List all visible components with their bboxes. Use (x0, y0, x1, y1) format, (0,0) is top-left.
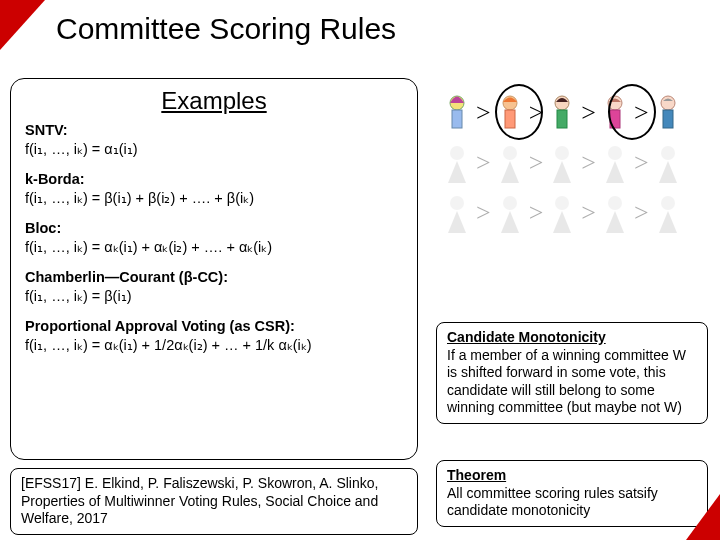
svg-point-13 (608, 146, 622, 160)
example-bloc: Bloc: f(i₁, …, iₖ) = αₖ(i₁) + αₖ(i₂) + …… (25, 219, 403, 256)
cc-label: Chamberlin—Courant (β-CC): (25, 269, 228, 285)
theorem-box: Theorem All committee scoring rules sats… (436, 460, 708, 527)
example-sntv: SNTV: f(i₁, …, iₖ) = α₁(i₁) (25, 121, 403, 158)
monotonicity-body: If a member of a winning committee W is … (447, 347, 686, 416)
gt-icon: > (529, 148, 544, 178)
example-kborda: k-Borda: f(i₁, …, iₖ) = β(i₁) + β(i₂) + … (25, 170, 403, 207)
cc-formula: f(i₁, …, iₖ) = β(i₁) (25, 288, 132, 304)
svg-point-14 (661, 146, 675, 160)
decor-bottom-triangle (686, 494, 720, 540)
highlight-circle-icon (608, 84, 656, 140)
gt-icon: > (581, 198, 596, 228)
decor-top-triangle (0, 0, 45, 50)
svg-rect-9 (663, 110, 673, 128)
gt-icon: > (476, 98, 491, 128)
candidate-icon (545, 141, 579, 185)
kborda-label: k-Borda: (25, 171, 85, 187)
svg-point-17 (555, 196, 569, 210)
svg-point-10 (450, 146, 464, 160)
candidate-icon (651, 141, 685, 185)
slide-title: Committee Scoring Rules (56, 12, 396, 46)
gt-icon: > (476, 198, 491, 228)
svg-rect-5 (557, 110, 567, 128)
monotonicity-box: Candidate Monotonicity If a member of a … (436, 322, 708, 424)
pav-formula: f(i₁, …, iₖ) = αₖ(i₁) + 1/2αₖ(i₂) + … + … (25, 337, 312, 353)
bloc-label: Bloc: (25, 220, 61, 236)
sntv-formula: f(i₁, …, iₖ) = α₁(i₁) (25, 141, 138, 157)
candidate-icon (598, 141, 632, 185)
candidate-green-icon (545, 91, 579, 135)
gt-icon: > (476, 148, 491, 178)
example-cc: Chamberlin—Courant (β-CC): f(i₁, …, iₖ) … (25, 268, 403, 305)
pav-label: Proportional Approval Voting (as CSR): (25, 318, 295, 334)
candidate-icon (493, 191, 527, 235)
preference-diagram: > > > > > > > > > > > > (440, 88, 710, 238)
gt-icon: > (634, 198, 649, 228)
sntv-label: SNTV: (25, 122, 68, 138)
svg-point-16 (503, 196, 517, 210)
voter-row-faded: > > > > (440, 188, 710, 238)
candidate-yellow-icon (440, 91, 474, 135)
gt-icon: > (581, 148, 596, 178)
reference-box: [EFSS17] E. Elkind, P. Faliszewski, P. S… (10, 468, 418, 535)
candidate-icon (440, 141, 474, 185)
svg-point-12 (555, 146, 569, 160)
candidate-icon (493, 141, 527, 185)
bloc-formula: f(i₁, …, iₖ) = αₖ(i₁) + αₖ(i₂) + …. + αₖ… (25, 239, 272, 255)
monotonicity-heading: Candidate Monotonicity (447, 329, 606, 345)
svg-point-18 (608, 196, 622, 210)
gt-icon: > (634, 148, 649, 178)
candidate-icon (545, 191, 579, 235)
example-pav: Proportional Approval Voting (as CSR): f… (25, 317, 403, 354)
highlight-circle-icon (495, 84, 543, 140)
gt-icon: > (529, 198, 544, 228)
candidate-icon (440, 191, 474, 235)
examples-panel: Examples SNTV: f(i₁, …, iₖ) = α₁(i₁) k-B… (10, 78, 418, 460)
theorem-heading: Theorem (447, 467, 506, 483)
kborda-formula: f(i₁, …, iₖ) = β(i₁) + β(i₂) + …. + β(iₖ… (25, 190, 254, 206)
candidate-icon (598, 191, 632, 235)
voter-row-faded: > > > > (440, 138, 710, 188)
theorem-body: All committee scoring rules satsify cand… (447, 485, 658, 519)
gt-icon: > (581, 98, 596, 128)
svg-point-15 (450, 196, 464, 210)
svg-point-8 (661, 96, 675, 110)
reference-text: [EFSS17] E. Elkind, P. Faliszewski, P. S… (21, 475, 378, 526)
voter-row: > > > > (440, 88, 710, 138)
svg-rect-1 (452, 110, 462, 128)
candidate-icon (651, 191, 685, 235)
svg-point-11 (503, 146, 517, 160)
svg-point-19 (661, 196, 675, 210)
examples-heading: Examples (25, 87, 403, 115)
